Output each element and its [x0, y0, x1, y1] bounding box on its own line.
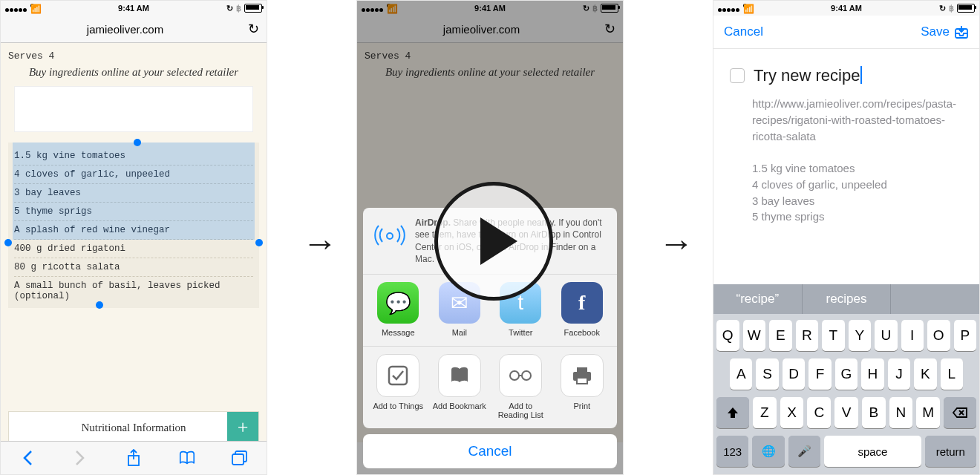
reload-icon[interactable]: ↻ — [248, 21, 259, 37]
todo-title-input[interactable]: Try new recipe — [754, 66, 862, 85]
selection-handle-icon[interactable] — [134, 139, 141, 146]
globe-key[interactable]: 🌐 — [752, 436, 784, 467]
battery-icon — [957, 4, 975, 13]
key[interactable]: E — [769, 320, 792, 351]
save-button[interactable]: Save — [921, 24, 969, 39]
back-icon[interactable] — [19, 449, 36, 467]
address-bar[interactable]: jamieoliver.com ↻ — [1, 16, 267, 43]
shift-key[interactable] — [716, 397, 749, 428]
battery-icon — [244, 4, 262, 13]
selection-handle-icon[interactable] — [255, 239, 263, 246]
key[interactable]: V — [834, 397, 858, 428]
serves-text: Serves 4 — [8, 50, 259, 62]
key[interactable]: I — [901, 320, 924, 351]
action-print[interactable]: Print — [555, 354, 610, 419]
todo-editor[interactable]: Try new recipe http://www.jamieoliver.co… — [713, 48, 979, 284]
phone-screenshot-share-sheet: 📶 9:41 AM ↻฿ jamieoliver.com ↻ Serves 4 … — [356, 0, 624, 475]
ingredient-item: 4 cloves of garlic, unpeeled — [14, 166, 253, 184]
checkbox-icon — [376, 354, 419, 397]
share-icon[interactable] — [125, 449, 143, 467]
phone-screenshot-things: 📶 9:41 AM ↻฿ Cancel Save Try new recipe … — [713, 0, 980, 475]
plus-icon[interactable]: + — [227, 412, 258, 442]
share-app-message[interactable]: 💬Message — [370, 282, 425, 337]
key[interactable]: F — [808, 358, 831, 390]
keyboard-row: Z X C V B N M — [716, 397, 976, 428]
forward-icon — [71, 449, 89, 467]
status-time: 9:41 AM — [1, 4, 267, 13]
numbers-key[interactable]: 123 — [716, 436, 748, 467]
key[interactable]: S — [756, 358, 778, 390]
suggestion[interactable]: recipes — [803, 284, 892, 314]
keyboard-row: Q W E R T Y U I O P — [716, 320, 976, 351]
ingredient-item: 3 bay leaves — [14, 184, 253, 203]
key[interactable]: P — [954, 320, 977, 351]
action-add-to-things[interactable]: Add to Things — [370, 354, 425, 419]
return-key[interactable]: return — [925, 436, 976, 467]
key[interactable]: B — [862, 397, 886, 428]
cancel-button[interactable]: Cancel — [724, 24, 763, 39]
tabs-icon[interactable] — [231, 449, 249, 467]
suggestion[interactable] — [891, 284, 979, 314]
glasses-icon — [499, 354, 542, 397]
key[interactable]: M — [916, 397, 940, 428]
facebook-icon: f — [561, 282, 603, 324]
key[interactable]: D — [783, 358, 805, 390]
svg-rect-11 — [577, 367, 587, 373]
key[interactable]: Y — [849, 320, 872, 351]
ingredient-item: 400 g dried rigatoni — [14, 240, 253, 258]
ingredients-list[interactable]: 1.5 kg vine tomatoes 4 cloves of garlic,… — [8, 142, 259, 308]
backspace-key[interactable] — [944, 397, 976, 428]
space-key[interactable]: space — [824, 436, 921, 467]
nutri-label: Nutritional Information — [81, 422, 186, 434]
keyboard-suggestions: “recipe” recipes — [713, 284, 979, 314]
action-reading-list[interactable]: Add to Reading List — [493, 354, 548, 419]
share-app-facebook[interactable]: fFacebook — [555, 282, 610, 337]
key[interactable]: U — [875, 320, 898, 351]
ingredient-item: A splash of red wine vinegar — [14, 221, 253, 240]
ingredient-item: 1.5 kg vine tomatoes — [14, 147, 253, 166]
key[interactable]: O — [927, 320, 950, 351]
safari-toolbar — [1, 441, 267, 474]
key[interactable]: L — [941, 358, 963, 390]
selection-handle-icon[interactable] — [4, 239, 12, 246]
bookmarks-icon[interactable] — [178, 449, 196, 467]
bookmark-icon — [438, 354, 481, 397]
message-icon: 💬 — [377, 282, 419, 324]
svg-rect-12 — [577, 378, 587, 384]
nutritional-info-button[interactable]: Nutritional Information + — [8, 411, 259, 442]
key[interactable]: R — [796, 320, 819, 351]
webpage-content: Serves 4 Buy ingredients online at your … — [1, 43, 267, 442]
key[interactable]: Q — [716, 320, 739, 351]
suggestion[interactable]: “recipe” — [713, 284, 803, 314]
text-cursor-icon — [860, 66, 862, 84]
status-bar: 📶 9:41 AM ↻฿ — [1, 1, 267, 16]
key[interactable]: G — [835, 358, 858, 390]
mic-key[interactable]: 🎤 — [788, 436, 820, 467]
action-add-bookmark[interactable]: Add Bookmark — [432, 354, 487, 419]
todo-checkbox[interactable] — [730, 68, 745, 83]
key[interactable]: K — [914, 358, 936, 390]
key[interactable]: J — [888, 358, 910, 390]
arrow-icon: → — [302, 223, 338, 263]
key[interactable]: C — [807, 397, 831, 428]
inbox-icon — [954, 24, 969, 39]
things-header: Cancel Save — [713, 16, 979, 49]
url-text: jamieoliver.com — [8, 23, 242, 36]
key[interactable]: A — [730, 358, 752, 390]
key[interactable]: N — [889, 397, 913, 428]
play-overlay-icon[interactable] — [434, 182, 553, 301]
image-placeholder — [14, 86, 253, 132]
cancel-button[interactable]: Cancel — [363, 434, 617, 468]
key[interactable]: H — [861, 358, 883, 390]
print-icon — [561, 354, 604, 397]
key[interactable]: X — [780, 397, 804, 428]
key[interactable]: Z — [753, 397, 777, 428]
todo-notes[interactable]: http://www.jamieoliver.com/recipes/pasta… — [752, 96, 963, 225]
key[interactable]: T — [822, 320, 845, 351]
ingredient-item: A small bunch of basil, leaves picked (o… — [14, 277, 253, 305]
svg-point-7 — [510, 371, 519, 380]
status-bar: 📶 9:41 AM ↻฿ — [713, 1, 979, 16]
svg-point-8 — [522, 371, 531, 380]
keyboard-row: A S D F G H J K L — [716, 358, 976, 390]
key[interactable]: W — [743, 320, 766, 351]
